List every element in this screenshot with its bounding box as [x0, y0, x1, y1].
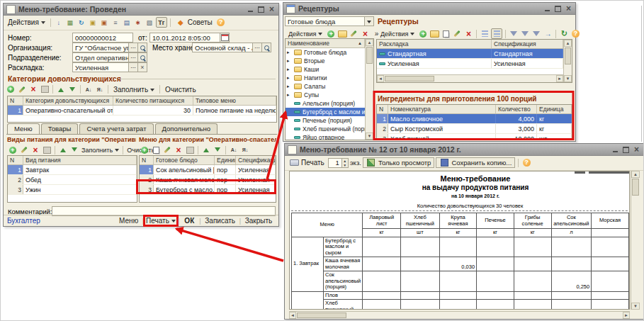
- tab-3[interactable]: Счета учета затрат: [79, 123, 153, 135]
- add-icon[interactable]: [140, 145, 149, 154]
- column-header[interactable]: Единица: [537, 105, 572, 113]
- add-icon[interactable]: [418, 29, 428, 38]
- delete-icon[interactable]: [28, 85, 38, 94]
- table-row[interactable]: 3Ужин: [8, 185, 137, 195]
- footer-button-5[interactable]: Закрыть: [242, 217, 275, 225]
- choose-icon[interactable]: [129, 43, 138, 52]
- edit-icon[interactable]: [162, 145, 172, 154]
- list-view-icon[interactable]: [491, 28, 502, 39]
- column-header[interactable]: Типовое меню: [193, 96, 276, 105]
- sort-asc-icon[interactable]: А↓: [229, 145, 239, 154]
- actions-menu-button[interactable]: Действия: [6, 18, 47, 27]
- clear-filter-icon[interactable]: [531, 29, 541, 38]
- close-icon[interactable]: ×: [268, 6, 276, 13]
- add-icon[interactable]: [8, 145, 18, 154]
- tab-4[interactable]: Дополнительно: [155, 123, 218, 135]
- edit-icon[interactable]: [452, 29, 462, 38]
- horizontal-scrollbar[interactable]: ◄►: [377, 74, 563, 82]
- column-header[interactable]: Количество питающихся: [113, 96, 193, 105]
- delete-icon[interactable]: [463, 29, 473, 38]
- column-header[interactable]: N: [140, 156, 154, 164]
- actions-menu-button[interactable]: Действия: [286, 29, 324, 38]
- journal-icon[interactable]: ▧: [145, 18, 154, 27]
- table-row[interactable]: СтандартнаяСтандартная: [377, 49, 563, 59]
- group-filter-select[interactable]: Готовые блюда: [285, 16, 374, 26]
- choose-icon[interactable]: [129, 52, 138, 62]
- table-row[interactable]: 1Завтрак: [8, 165, 137, 175]
- column-header[interactable]: Количество: [496, 105, 537, 113]
- help-icon[interactable]: [570, 29, 580, 38]
- column-header[interactable]: N: [8, 96, 23, 105]
- table-row[interactable]: 1Оперативно-спасательный отряд30Полное п…: [8, 106, 276, 116]
- minimize-icon[interactable]: [611, 146, 619, 153]
- table-row[interactable]: 3Хлеб ржаной10,000шт: [377, 134, 572, 138]
- column-header[interactable]: Спецификация: [492, 40, 563, 48]
- expand-icon[interactable]: ▸: [287, 50, 292, 55]
- column-header[interactable]: Номенклатура: [388, 105, 496, 113]
- move-down-icon[interactable]: [213, 145, 222, 154]
- clear-icon[interactable]: ×: [138, 62, 147, 72]
- footer-button-1[interactable]: Меню: [117, 217, 141, 225]
- fill-button[interactable]: Заполнить: [81, 145, 120, 154]
- sort-desc-icon[interactable]: Я↓: [95, 85, 105, 94]
- tab-2[interactable]: Товары: [41, 123, 79, 135]
- column-header[interactable]: Категория довольствующихся: [23, 96, 113, 105]
- paste-icon[interactable]: ▣: [99, 18, 109, 27]
- actions-menu-button[interactable]: Действия: [378, 29, 417, 38]
- tab-1[interactable]: Меню: [7, 123, 40, 135]
- titlebar[interactable]: Меню-требование № 12 от 10 января 2012 г…: [285, 144, 643, 156]
- minimize-icon[interactable]: [247, 6, 254, 13]
- copy-icon[interactable]: [441, 29, 451, 38]
- help-icon[interactable]: [216, 18, 226, 27]
- tree-item-row[interactable]: Апельсин (порция): [286, 99, 365, 108]
- copy-icon[interactable]: ▣: [88, 18, 98, 27]
- filter-icon[interactable]: [509, 29, 519, 38]
- footer-button-4[interactable]: Записать: [203, 217, 238, 225]
- tree-item-row[interactable]: Хлеб пшеничный (порция): [286, 125, 365, 133]
- expand-icon[interactable]: ▸: [287, 84, 292, 89]
- ok-button[interactable]: ОК: [181, 217, 198, 225]
- tree-folder-row[interactable]: ▸Напитки: [286, 74, 365, 82]
- table-row[interactable]: 1Масло сливочное4,000кг: [377, 114, 572, 124]
- date-field[interactable]: 10.01.2012 8:05:00: [149, 33, 230, 43]
- column-header[interactable]: N: [8, 156, 23, 164]
- tree-folder-row[interactable]: ▸Каши: [286, 65, 365, 74]
- close-icon[interactable]: ×: [565, 5, 572, 12]
- vertical-scrollbar[interactable]: ▲▼: [365, 39, 373, 140]
- maximize-icon[interactable]: [622, 146, 630, 153]
- edit-icon[interactable]: [19, 145, 29, 154]
- edit-icon[interactable]: [349, 29, 358, 38]
- column-header[interactable]: Наименование▲: [286, 39, 365, 47]
- search-icon[interactable]: [138, 43, 147, 52]
- save-copy-button[interactable]: Сохранить копию...: [436, 157, 515, 168]
- save-order-icon[interactable]: [42, 145, 52, 154]
- titlebar[interactable]: Меню-требование: Проведен ×: [4, 4, 278, 16]
- tips-button[interactable]: Советы: [174, 17, 215, 28]
- column-header[interactable]: Спецификация: [236, 156, 276, 164]
- tree-item-row[interactable]: Бутерброд с маслом и сыром: [286, 108, 365, 116]
- move-up-icon[interactable]: [58, 145, 68, 154]
- author-link[interactable]: Бухгалтер: [7, 217, 40, 225]
- calendar-icon[interactable]: [220, 33, 230, 43]
- table-row[interactable]: УсиленнаяУсиленная: [377, 59, 563, 69]
- table-row[interactable]: 2Каша ячневая моло...порУсиленная: [140, 175, 276, 185]
- tree-folder-row[interactable]: ▸Супы: [286, 91, 365, 99]
- organization-field[interactable]: ГУ "Областное управление по ликв: [72, 43, 147, 52]
- reread-icon[interactable]: ↻: [77, 18, 86, 27]
- expand-icon[interactable]: ▸: [287, 75, 292, 81]
- move-up-icon[interactable]: [56, 85, 66, 94]
- close-icon[interactable]: ×: [633, 146, 640, 153]
- structure-icon[interactable]: ▦: [65, 18, 75, 27]
- related-documents-icon[interactable]: ∗: [133, 18, 143, 27]
- move-down-icon[interactable]: [69, 145, 79, 154]
- movements-icon[interactable]: ▤: [122, 18, 132, 27]
- tree-item-row[interactable]: Печенье (порция): [286, 116, 365, 125]
- add-icon[interactable]: [326, 29, 336, 38]
- expand-icon[interactable]: ▸: [287, 58, 292, 64]
- save-order-icon[interactable]: [185, 145, 195, 154]
- layout-field[interactable]: Усиленная×: [72, 62, 147, 72]
- delete-icon[interactable]: [174, 145, 183, 154]
- go-to-icon[interactable]: [543, 29, 553, 38]
- view-only-toggle[interactable]: Только просмотр: [363, 157, 435, 168]
- maximize-icon[interactable]: [554, 5, 562, 12]
